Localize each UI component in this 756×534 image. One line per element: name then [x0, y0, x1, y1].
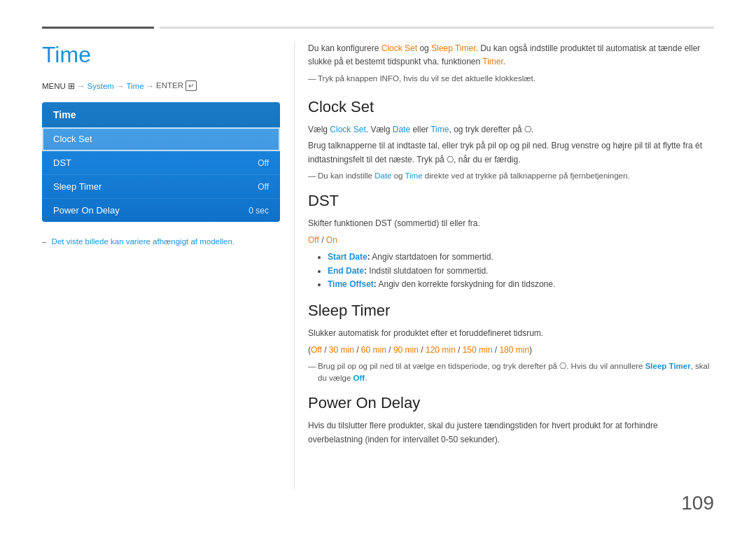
intro-timer-ref: Timer: [482, 57, 503, 66]
dst-section: DST Skifter funktionen DST (sommertid) t…: [308, 192, 714, 292]
time-offset-label: Time Offset: [328, 279, 374, 289]
clock-set-ref: Clock Set: [330, 125, 365, 134]
dst-bullet-end-date: End Date: Indstil slutdatoen for sommert…: [328, 265, 714, 279]
sleep-timer-title: Sleep Timer: [308, 302, 714, 320]
time-ref: Time: [430, 125, 449, 134]
breadcrumb: MENU ⊞ → System → Time → ENTER ↵: [42, 80, 280, 91]
menu-item-clock-set-label: Clock Set: [53, 134, 92, 144]
power-on-delay-section: Power On Delay Hvis du tilslutter flere …: [308, 394, 714, 447]
start-date-label: Start Date: [328, 252, 368, 262]
clock-set-text1: Vælg Clock Set. Vælg Date eller Time, og…: [308, 123, 714, 137]
menu-item-dst-value: Off: [258, 158, 269, 168]
breadcrumb-arrow3: →: [146, 82, 155, 90]
sleep-timer-ref: Sleep Timer: [645, 362, 691, 370]
dst-bullet-time-offset: Time Offset: Angiv den korrekte forskydn…: [328, 278, 714, 292]
dst-on: On: [326, 235, 337, 245]
menu-box: Time Clock Set DST Off Sleep Timer Off P…: [42, 102, 280, 222]
top-bar-active: [42, 27, 154, 29]
power-on-delay-title: Power On Delay: [308, 394, 714, 412]
intro-note: Tryk på knappen INFO, hvis du vil se det…: [308, 73, 714, 85]
left-panel: Time MENU ⊞ → System → Time → ENTER ↵ Ti…: [42, 42, 280, 246]
date-ref: Date: [393, 125, 410, 134]
dst-bullet-start-date: Start Date: Angiv startdatoen for sommer…: [328, 251, 714, 265]
clock-set-note: Du kan indstille Date og Time direkte ve…: [308, 170, 714, 182]
intro-note-text: Tryk på knappen INFO, hvis du vil se det…: [318, 74, 536, 83]
clock-set-text2: Brug talknapperne til at indtaste tal, e…: [308, 139, 714, 167]
right-panel: Du kan konfigurere Clock Set og Sleep Ti…: [308, 42, 714, 457]
breadcrumb-enter: ENTER ↵: [156, 80, 197, 91]
breadcrumb-menu: MENU ⊞: [42, 81, 75, 91]
sleep-timer-text: Slukker automatisk for produktet efter e…: [308, 327, 714, 341]
sleep-150: 150 min: [463, 345, 493, 355]
sleep-90: 90 min: [393, 345, 419, 355]
left-footnote: – Det viste billede kan variere afhængig…: [42, 237, 280, 246]
menu-item-power-on-delay-label: Power On Delay: [53, 205, 120, 216]
dst-options: Off / On: [308, 234, 714, 248]
sleep-180: 180 min: [499, 345, 529, 355]
intro-sleep-timer-ref: Sleep Timer: [431, 43, 475, 53]
sleep-off: Off: [311, 345, 322, 355]
sleep-timer-note: Brug pil op og pil ned til at vælge en t…: [308, 360, 714, 385]
menu-item-dst-label: DST: [53, 157, 71, 168]
footnote-text: Det viste billede kan variere afhængigt …: [52, 237, 234, 246]
dst-bullet-list: Start Date: Angiv startdatoen for sommer…: [308, 251, 714, 292]
sleep-timer-options: (Off / 30 min / 60 min / 90 min / 120 mi…: [308, 344, 714, 358]
page-number: 109: [681, 492, 714, 514]
menu-item-power-on-delay[interactable]: Power On Delay 0 sec: [42, 199, 280, 222]
menu-item-dst[interactable]: DST Off: [42, 151, 280, 175]
dst-title: DST: [308, 192, 714, 210]
top-bar: [42, 27, 714, 29]
footnote-dash: –: [42, 237, 46, 246]
power-on-delay-text: Hvis du tilslutter flere produkter, skal…: [308, 419, 714, 447]
sleep-off-ref: Off: [354, 374, 365, 382]
breadcrumb-arrow2: →: [116, 82, 125, 90]
clock-set-title: Clock Set: [308, 98, 714, 116]
sleep-120: 120 min: [426, 345, 456, 355]
breadcrumb-time: Time: [126, 82, 144, 90]
page-title: Time: [42, 42, 280, 68]
dst-text: Skifter funktionen DST (sommertid) til e…: [308, 217, 714, 231]
menu-item-power-on-delay-value: 0 sec: [248, 206, 269, 216]
menu-item-sleep-timer[interactable]: Sleep Timer Off: [42, 175, 280, 199]
clock-set-section: Clock Set Vælg Clock Set. Vælg Date elle…: [308, 98, 714, 183]
menu-box-title: Time: [42, 102, 280, 127]
menu-item-sleep-timer-value: Off: [258, 182, 269, 192]
menu-item-clock-set[interactable]: Clock Set: [42, 127, 280, 151]
intro-text: Du kan konfigurere Clock Set og Sleep Ti…: [308, 42, 714, 69]
time-ref2: Time: [405, 171, 422, 180]
end-date-label: End Date: [328, 266, 364, 276]
breadcrumb-arrow1: →: [77, 82, 85, 90]
menu-item-sleep-timer-label: Sleep Timer: [53, 181, 102, 192]
intro-clock-set-ref: Clock Set: [382, 43, 417, 53]
sleep-30: 30 min: [329, 345, 354, 355]
breadcrumb-system: System: [88, 82, 114, 90]
sleep-60: 60 min: [361, 345, 386, 355]
panel-divider: [294, 42, 295, 490]
dst-off: Off: [308, 235, 319, 245]
top-bar-inactive: [160, 27, 714, 29]
date-ref2: Date: [374, 171, 391, 180]
sleep-timer-section: Sleep Timer Slukker automatisk for produ…: [308, 302, 714, 384]
